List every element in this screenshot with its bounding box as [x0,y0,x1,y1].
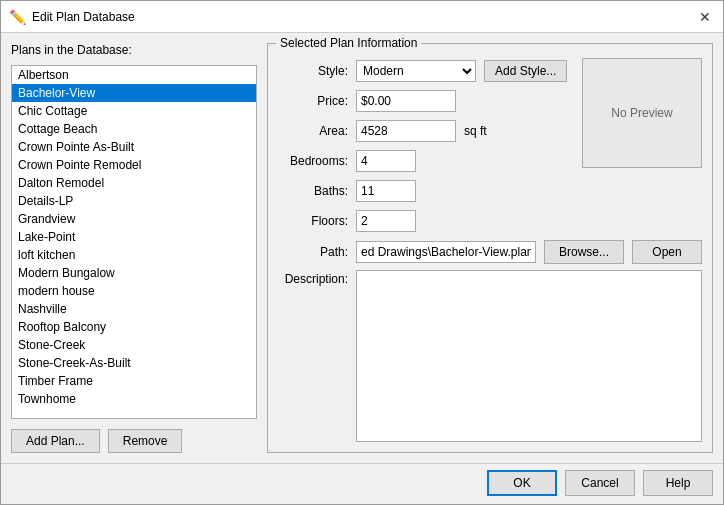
area-unit: sq ft [464,124,487,138]
floors-input[interactable] [356,210,416,232]
area-label: Area: [278,124,348,138]
list-item[interactable]: Bachelor-View [12,84,256,102]
list-item[interactable]: Timber Frame [12,372,256,390]
dialog-title: Edit Plan Database [32,10,135,24]
style-row: Style: ModernTraditionalContemporaryCraf… [278,60,574,82]
list-item[interactable]: Stone-Creek-As-Built [12,354,256,372]
area-row: Area: sq ft [278,120,574,142]
bedrooms-input[interactable] [356,150,416,172]
list-item[interactable]: Crown Pointe Remodel [12,156,256,174]
list-item[interactable]: Albertson [12,66,256,84]
cancel-button[interactable]: Cancel [565,470,635,496]
open-button[interactable]: Open [632,240,702,264]
floors-label: Floors: [278,214,348,228]
group-label: Selected Plan Information [276,36,421,50]
list-item[interactable]: Stone-Creek [12,336,256,354]
list-item[interactable]: Chic Cottage [12,102,256,120]
list-item[interactable]: modern house [12,282,256,300]
edit-plan-dialog: ✏️ Edit Plan Database ✕ Plans in the Dat… [0,0,724,505]
baths-label: Baths: [278,184,348,198]
list-item[interactable]: loft kitchen [12,246,256,264]
baths-input[interactable] [356,180,416,202]
list-item[interactable]: Nashville [12,300,256,318]
list-item[interactable]: Crown Pointe As-Built [12,138,256,156]
desc-label: Description: [278,270,348,442]
list-item[interactable]: Grandview [12,210,256,228]
close-button[interactable]: ✕ [695,7,715,27]
list-item[interactable]: Lake-Point [12,228,256,246]
list-item[interactable]: Townhome [12,390,256,408]
price-input[interactable] [356,90,456,112]
bedrooms-row: Bedrooms: [278,150,574,172]
left-panel: Plans in the Database: AlbertsonBachelor… [11,43,257,453]
form-fields: Style: ModernTraditionalContemporaryCraf… [278,58,574,232]
list-item[interactable]: Cottage Beach [12,120,256,138]
preview-text: No Preview [611,106,672,120]
title-bar: ✏️ Edit Plan Database ✕ [1,1,723,33]
list-item[interactable]: Dalton Remodel [12,174,256,192]
description-row: Description: [278,270,702,442]
floors-row: Floors: [278,210,574,232]
description-input[interactable] [356,270,702,442]
remove-button[interactable]: Remove [108,429,183,453]
path-row: Path: Browse... Open [278,240,702,264]
dialog-icon: ✏️ [9,9,26,25]
path-label: Path: [278,245,348,259]
right-panel: Selected Plan Information Style: ModernT… [267,43,713,453]
title-bar-left: ✏️ Edit Plan Database [9,9,135,25]
help-button[interactable]: Help [643,470,713,496]
list-item[interactable]: Modern Bungalow [12,264,256,282]
bedrooms-label: Bedrooms: [278,154,348,168]
style-label: Style: [278,64,348,78]
area-input[interactable] [356,120,456,142]
path-input[interactable] [356,241,536,263]
left-buttons: Add Plan... Remove [11,429,257,453]
selected-plan-group: Selected Plan Information Style: ModernT… [267,43,713,453]
preview-box: No Preview [582,58,702,168]
add-style-button[interactable]: Add Style... [484,60,567,82]
ok-button[interactable]: OK [487,470,557,496]
style-select[interactable]: ModernTraditionalContemporaryCraftsman [356,60,476,82]
plans-list[interactable]: AlbertsonBachelor-ViewChic CottageCottag… [11,65,257,419]
add-plan-button[interactable]: Add Plan... [11,429,100,453]
price-label: Price: [278,94,348,108]
browse-button[interactable]: Browse... [544,240,624,264]
list-item[interactable]: Details-LP [12,192,256,210]
top-content: Style: ModernTraditionalContemporaryCraf… [278,58,702,232]
dialog-footer: OK Cancel Help [1,463,723,504]
plans-list-label: Plans in the Database: [11,43,257,57]
baths-row: Baths: [278,180,574,202]
price-row: Price: [278,90,574,112]
list-item[interactable]: Rooftop Balcony [12,318,256,336]
dialog-body: Plans in the Database: AlbertsonBachelor… [1,33,723,463]
